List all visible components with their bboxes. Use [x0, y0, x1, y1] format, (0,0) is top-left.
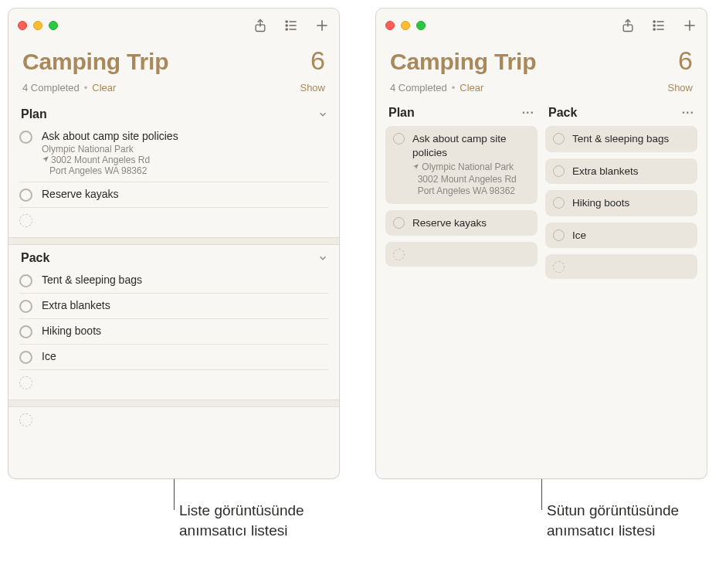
- chevron-down-icon[interactable]: [317, 109, 328, 120]
- show-completed-button[interactable]: Show: [667, 82, 693, 93]
- reminder-item[interactable]: Ice: [19, 345, 328, 370]
- svg-point-10: [653, 21, 655, 22]
- complete-toggle[interactable]: [19, 131, 32, 144]
- complete-toggle: [19, 413, 32, 427]
- reminder-title: Ice: [572, 229, 690, 243]
- reminder-title: Reserve kayaks: [42, 188, 328, 200]
- reminder-item[interactable]: Hiking boots: [19, 319, 328, 345]
- callout-list-view: Liste görüntüsünde anımsatıcı listesi: [179, 501, 349, 540]
- more-icon[interactable]: ···: [682, 106, 694, 120]
- reminder-title: Hiking boots: [572, 196, 690, 210]
- clear-completed-button[interactable]: Clear: [92, 82, 116, 93]
- svg-point-12: [653, 25, 655, 26]
- add-icon[interactable]: [682, 17, 697, 34]
- complete-toggle: [553, 261, 565, 273]
- share-icon[interactable]: [253, 17, 268, 34]
- reminder-card[interactable]: Extra blankets: [545, 158, 697, 185]
- callout-column-view: Sütun görüntüsünde anımsatıcı listesi: [547, 501, 709, 540]
- reminder-card[interactable]: Reserve kayaks: [385, 210, 538, 236]
- reminder-title: Tent & sleeping bags: [42, 274, 328, 286]
- reminder-item[interactable]: Tent & sleeping bags: [19, 268, 328, 294]
- completed-count: 4 Completed: [22, 82, 80, 93]
- complete-toggle: [19, 214, 32, 227]
- reminder-title: Extra blankets: [572, 165, 690, 178]
- complete-toggle[interactable]: [393, 217, 405, 229]
- close-window-button[interactable]: [385, 21, 395, 30]
- complete-toggle[interactable]: [19, 325, 32, 338]
- clear-completed-button[interactable]: Clear: [460, 82, 483, 93]
- chevron-down-icon[interactable]: [317, 253, 328, 263]
- complete-toggle[interactable]: [553, 197, 565, 209]
- show-completed-button[interactable]: Show: [300, 82, 325, 93]
- new-reminder-placeholder[interactable]: [19, 370, 328, 395]
- callout-leader-line: [174, 479, 175, 510]
- new-reminder-placeholder[interactable]: [545, 254, 697, 279]
- reminder-card[interactable]: Tent & sleeping bags: [545, 126, 697, 152]
- complete-toggle[interactable]: [19, 300, 32, 313]
- reminder-card[interactable]: Ask about camp site policies Olympic Nat…: [385, 126, 538, 204]
- reminders-window-list: Camping Trip 6 4 Completed • Clear Show …: [8, 8, 340, 479]
- column-plan: Plan ··· Ask about camp site policies Ol…: [385, 101, 538, 285]
- svg-point-5: [286, 29, 287, 30]
- reminder-item[interactable]: Reserve kayaks: [19, 182, 328, 208]
- complete-toggle[interactable]: [19, 189, 32, 202]
- section-heading-pack[interactable]: Pack: [8, 245, 339, 268]
- column-pack: Pack ··· Tent & sleeping bags Extra blan…: [545, 101, 697, 285]
- complete-toggle[interactable]: [19, 351, 32, 364]
- reminder-title: Extra blankets: [42, 299, 328, 311]
- complete-toggle[interactable]: [19, 274, 32, 287]
- reminder-item[interactable]: Extra blankets: [19, 294, 328, 319]
- reminder-title: Reserve kayaks: [412, 216, 530, 230]
- item-count: 6: [310, 46, 325, 76]
- new-reminder-placeholder[interactable]: [19, 208, 328, 233]
- window-titlebar: [8, 8, 339, 42]
- list-view-icon[interactable]: [651, 17, 666, 34]
- share-icon[interactable]: [620, 17, 636, 34]
- svg-point-3: [286, 25, 287, 26]
- zoom-window-button[interactable]: [416, 21, 426, 30]
- column-heading-pack[interactable]: Pack ···: [545, 101, 697, 126]
- minimize-window-button[interactable]: [33, 21, 42, 30]
- section-divider: [8, 399, 339, 407]
- add-icon[interactable]: [314, 17, 330, 34]
- window-titlebar: [376, 8, 707, 42]
- section-heading-plan[interactable]: Plan: [8, 101, 339, 124]
- column-title: Pack: [548, 106, 577, 120]
- new-reminder-placeholder[interactable]: [385, 242, 538, 267]
- section-title: Pack: [21, 251, 49, 265]
- location-icon: [42, 155, 49, 165]
- reminder-item[interactable]: Ask about camp site policies Olympic Nat…: [19, 124, 328, 182]
- reminder-title: Ask about camp site policies: [42, 130, 328, 142]
- complete-toggle[interactable]: [393, 133, 405, 144]
- window-controls: [385, 21, 426, 30]
- minimize-window-button[interactable]: [401, 21, 410, 30]
- column-heading-plan[interactable]: Plan ···: [385, 101, 538, 126]
- window-controls: [18, 21, 58, 30]
- reminder-card[interactable]: Ice: [545, 223, 697, 249]
- section-divider: [8, 237, 339, 245]
- svg-point-1: [286, 21, 287, 22]
- callout-leader-line: [541, 479, 542, 510]
- reminder-title: Hiking boots: [42, 325, 328, 337]
- complete-toggle[interactable]: [553, 165, 565, 177]
- zoom-window-button[interactable]: [49, 21, 58, 30]
- complete-toggle[interactable]: [553, 133, 565, 144]
- reminders-window-columns: Camping Trip 6 4 Completed • Clear Show …: [375, 8, 707, 479]
- list-title: Camping Trip: [390, 49, 678, 75]
- more-icon[interactable]: ···: [522, 106, 534, 120]
- section-title: Plan: [21, 107, 47, 121]
- complete-toggle[interactable]: [553, 229, 565, 241]
- close-window-button[interactable]: [18, 21, 27, 30]
- completed-count: 4 Completed: [390, 82, 447, 93]
- svg-point-14: [653, 29, 655, 30]
- list-title: Camping Trip: [22, 49, 310, 75]
- location-icon: [412, 161, 422, 172]
- column-title: Plan: [388, 106, 415, 120]
- reminder-card[interactable]: Hiking boots: [545, 190, 697, 216]
- complete-toggle: [393, 249, 405, 260]
- reminder-location: Olympic National Park 3002 Mount Angeles…: [42, 144, 328, 176]
- new-reminder-placeholder[interactable]: [19, 407, 328, 432]
- reminder-title: Ice: [42, 350, 328, 362]
- item-count: 6: [678, 46, 693, 76]
- list-view-icon[interactable]: [283, 17, 299, 34]
